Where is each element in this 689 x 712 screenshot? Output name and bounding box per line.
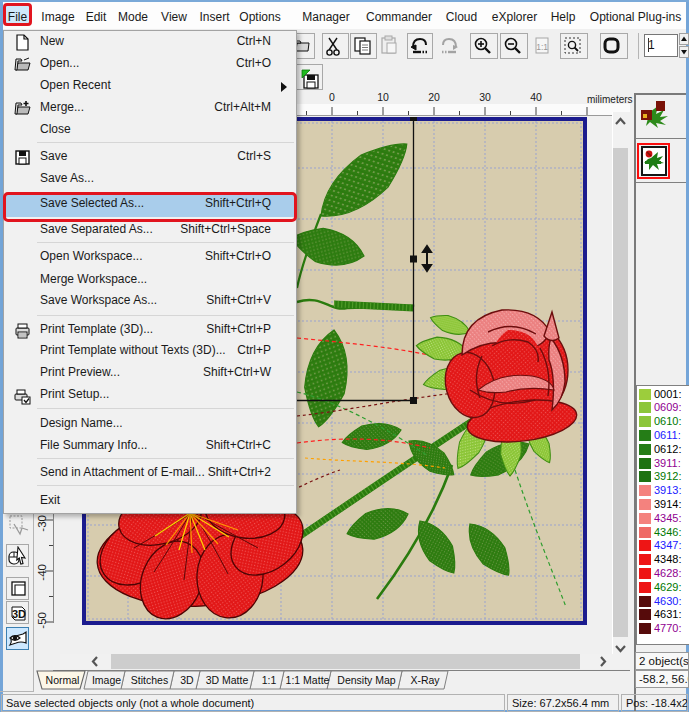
svg-text:1:1 Matte: 1:1 Matte: [286, 674, 330, 686]
svg-text:3D: 3D: [12, 608, 26, 620]
svg-text:3D: 3D: [180, 674, 194, 686]
svg-text:Stitches: Stitches: [131, 674, 168, 686]
svg-text:Image: Image: [92, 674, 121, 686]
svg-text:1:1: 1:1: [262, 674, 277, 686]
svg-text:1:1: 1:1: [536, 42, 548, 52]
svg-text:X-Ray: X-Ray: [410, 674, 440, 686]
svg-text:Normal: Normal: [46, 674, 80, 686]
svg-text:Density Map: Density Map: [337, 674, 396, 686]
svg-text:3D Matte: 3D Matte: [206, 674, 249, 686]
